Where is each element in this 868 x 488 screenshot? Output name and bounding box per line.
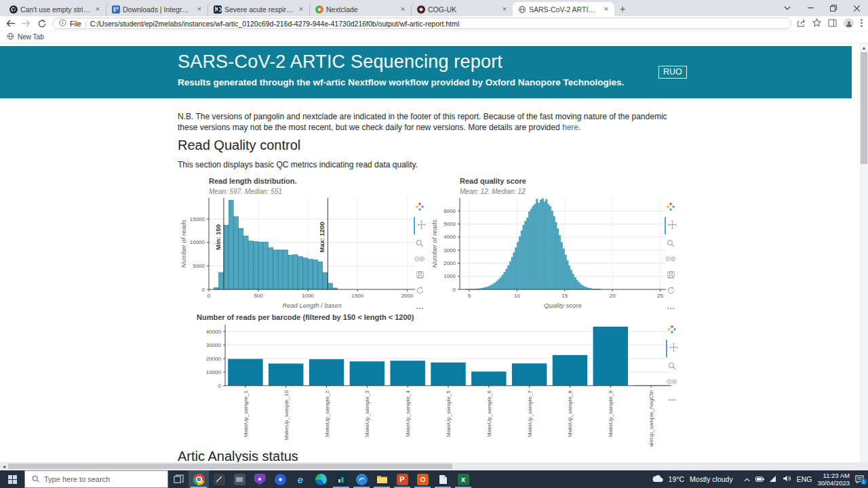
bar-MakeUp_sample_10[interactable] bbox=[269, 363, 303, 386]
browser-tab[interactable]: Can't use empty string as path× bbox=[4, 2, 106, 16]
taskbar-app-windows-security[interactable] bbox=[250, 470, 270, 488]
zoom-tool-icon[interactable] bbox=[668, 361, 676, 373]
tab-close-icon[interactable]: × bbox=[195, 5, 204, 14]
taskbar-app-utility-app[interactable] bbox=[229, 470, 250, 488]
more-tool-icon[interactable] bbox=[668, 392, 676, 404]
taskbar-app-chrome[interactable] bbox=[189, 470, 209, 488]
taskbar-app-paint-app[interactable] bbox=[351, 470, 372, 488]
page-info-icon[interactable] bbox=[59, 19, 66, 28]
notification-center-icon[interactable]: 1 bbox=[855, 475, 864, 483]
url-text[interactable]: C:/Users/student/epi2melabs/instances/wf… bbox=[90, 20, 460, 28]
taskbar-app-document-app[interactable] bbox=[433, 470, 453, 488]
taskbar-app-task-view[interactable] bbox=[168, 470, 189, 488]
bar-MakeUp_sample_6[interactable] bbox=[471, 371, 506, 386]
window-close-icon[interactable] bbox=[845, 0, 868, 16]
bar-MakeUp_sample_4[interactable] bbox=[390, 361, 425, 386]
taskbar-app-powerpoint[interactable]: P bbox=[392, 470, 412, 488]
start-button[interactable] bbox=[0, 470, 24, 488]
bookmark-item[interactable]: New Tab bbox=[18, 33, 44, 41]
taskbar-app-pen-app[interactable] bbox=[209, 470, 229, 488]
zoom-tool-icon[interactable] bbox=[667, 238, 675, 250]
taskbar-app-orange-app[interactable] bbox=[412, 470, 433, 488]
plotly-logo-icon[interactable] bbox=[668, 324, 676, 336]
forward-icon[interactable] bbox=[21, 18, 31, 28]
save-tool-icon[interactable] bbox=[667, 269, 675, 281]
bar-MakeUp_sample_8[interactable] bbox=[553, 355, 587, 386]
profile-avatar[interactable] bbox=[844, 18, 854, 28]
battery-icon[interactable] bbox=[755, 475, 764, 483]
plotly-logo-icon[interactable] bbox=[416, 201, 424, 214]
read-length-histogram[interactable]: 0500100015002000Min: 150Max: 12000500010… bbox=[178, 195, 422, 310]
svg-text:Number of reads: Number of reads bbox=[431, 220, 438, 268]
reset-tool-icon[interactable] bbox=[667, 285, 675, 297]
reads-per-barcode-chart[interactable]: MakeUp_sample_1MakeUp_sample_10MakeUp_sa… bbox=[195, 321, 681, 447]
svg-text:Max: 1200: Max: 1200 bbox=[318, 222, 326, 252]
tab-close-icon[interactable]: × bbox=[93, 5, 102, 14]
window-minimize-icon[interactable] bbox=[799, 0, 822, 16]
weather-condition[interactable]: Mostly cloudy bbox=[690, 475, 733, 483]
taskbar-app-messaging-app[interactable] bbox=[270, 470, 290, 488]
tray-chevron-icon[interactable] bbox=[744, 475, 750, 483]
tab-close-icon[interactable]: × bbox=[296, 5, 306, 14]
tab-close-icon[interactable]: × bbox=[500, 5, 509, 14]
more-tool-icon[interactable] bbox=[667, 300, 675, 312]
here-link[interactable]: here bbox=[562, 123, 578, 132]
taskbar-app-internet-explorer[interactable]: e bbox=[290, 470, 311, 488]
scroll-up-icon[interactable]: ▲ bbox=[860, 43, 868, 52]
browser-tab[interactable]: Downloads | Integrative Genom× bbox=[106, 2, 208, 16]
vertical-scroll-thumb[interactable] bbox=[861, 52, 867, 164]
side-panel-icon[interactable] bbox=[828, 18, 837, 30]
taskbar-app-excel[interactable]: x bbox=[453, 470, 473, 488]
bar-MakeUp_sample_3[interactable] bbox=[350, 361, 384, 386]
browser-tab[interactable]: Severe acute respiratory syndro× bbox=[208, 2, 309, 16]
pan-tool-icon[interactable] bbox=[414, 217, 426, 235]
share-icon[interactable] bbox=[797, 18, 806, 30]
zoom-in-out-tool-icon[interactable] bbox=[414, 253, 425, 266]
svg-text:0: 0 bbox=[208, 293, 211, 299]
zoom-in-out-tool-icon[interactable] bbox=[667, 376, 677, 388]
back-icon[interactable] bbox=[5, 18, 16, 28]
zoom-in-out-tool-icon[interactable] bbox=[665, 253, 676, 266]
bar-MakeUp_sample_7[interactable] bbox=[512, 363, 547, 386]
reset-tool-icon[interactable] bbox=[416, 285, 424, 297]
browser-tab[interactable]: SARS-CoV-2 ARTIC Sequencing× bbox=[513, 2, 614, 16]
bookmark-star-icon[interactable] bbox=[812, 18, 821, 30]
more-tool-icon[interactable] bbox=[416, 300, 424, 312]
taskbar-app-chart-app[interactable] bbox=[331, 470, 351, 488]
window-restore-icon[interactable] bbox=[822, 0, 845, 16]
weather-temperature[interactable]: 19°C bbox=[669, 475, 684, 483]
browser-menu-kebab-icon[interactable] bbox=[861, 18, 863, 30]
refresh-icon[interactable] bbox=[37, 18, 47, 28]
window-menu-chevron-icon[interactable] bbox=[776, 0, 799, 16]
browser-tab[interactable]: Nextclade× bbox=[309, 2, 411, 16]
tab-close-icon[interactable]: × bbox=[398, 5, 408, 14]
weather-cloud-icon[interactable] bbox=[652, 475, 663, 484]
tab-close-icon[interactable]: × bbox=[601, 5, 611, 14]
network-icon[interactable] bbox=[770, 475, 778, 483]
bar-MakeUp_sample_9[interactable] bbox=[593, 327, 628, 386]
bar-MakeUp_sample_2[interactable] bbox=[309, 359, 344, 386]
pan-tool-icon[interactable] bbox=[666, 340, 678, 357]
taskbar-app-file-explorer[interactable] bbox=[372, 470, 392, 488]
horizontal-scroll-thumb[interactable] bbox=[8, 464, 452, 469]
horizontal-scrollbar[interactable]: ◄ bbox=[0, 462, 868, 470]
new-tab-button[interactable]: + bbox=[614, 2, 631, 16]
save-tool-icon[interactable] bbox=[416, 269, 424, 281]
read-quality-histogram[interactable]: 5101520250100020003000400050006000Qualit… bbox=[429, 195, 673, 310]
plotly-logo-icon[interactable] bbox=[667, 201, 675, 214]
scroll-left-icon[interactable]: ◄ bbox=[0, 462, 8, 470]
vertical-scrollbar[interactable]: ▲ bbox=[860, 43, 868, 462]
taskbar-search-input[interactable]: Type here to search bbox=[24, 470, 168, 488]
browser-tab[interactable]: COG-UK× bbox=[411, 2, 513, 16]
pan-tool-icon[interactable] bbox=[665, 217, 677, 235]
bar-MakeUp_sample_1[interactable] bbox=[228, 359, 262, 386]
tab-title: Can't use empty string as path bbox=[20, 5, 90, 14]
taskbar-clock[interactable]: 11:23 AM 30/04/2023 bbox=[817, 472, 850, 487]
language-indicator[interactable]: ENG bbox=[797, 475, 812, 483]
bar-MakeUp_sample_5[interactable] bbox=[431, 363, 465, 386]
address-bar[interactable]: File | C:/Users/student/epi2melabs/insta… bbox=[52, 18, 791, 29]
volume-icon[interactable] bbox=[783, 475, 791, 483]
taskbar-app-edge[interactable] bbox=[311, 470, 331, 488]
zoom-tool-icon[interactable] bbox=[416, 238, 424, 250]
tab-title: Severe acute respiratory syndro bbox=[224, 5, 294, 14]
